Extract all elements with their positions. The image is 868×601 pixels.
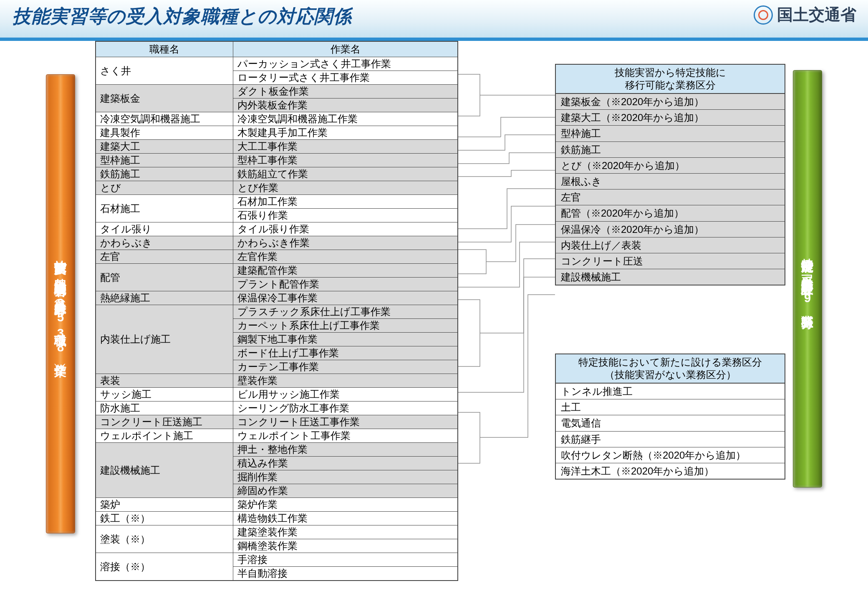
rightA-item: 内装仕上げ／表装 [556, 237, 785, 253]
rightA-item: 屋根ふき [556, 173, 785, 189]
operation-cell: カーテン工事作業 [233, 360, 458, 374]
table-row: 鉄工（※）構造物鉄工作業 [96, 512, 458, 525]
job-name-cell: 鉄筋施工 [96, 167, 233, 181]
th-job: 職種名 [96, 41, 233, 57]
operation-cell: 手溶接 [233, 553, 458, 567]
right-vertical-banner: 特定技能の受入対象分野「建設分野」（19業務区分） [793, 70, 822, 487]
header-accent-bar [0, 38, 868, 41]
table-row: 鉄筋施工鉄筋組立て作業 [96, 167, 458, 181]
table-row: 配管建築配管作業 [96, 264, 458, 278]
operation-cell: 鋼橋塗装作業 [233, 539, 458, 553]
rightA-item: 鉄筋施工 [556, 141, 785, 157]
rightA-item: とび（※2020年から追加） [556, 157, 785, 173]
job-name-cell: かわらぶき [96, 236, 233, 250]
rightB-item: 鉄筋継手 [556, 431, 785, 447]
rightB-item: 海洋土木工（※2020年から追加） [556, 463, 785, 479]
operation-cell: 鋼製下地工事作業 [233, 333, 458, 346]
ministry-name: 国土交通省 [777, 4, 856, 25]
table-row: 型枠施工型枠工事作業 [96, 154, 458, 167]
rightB-header: 特定技能において新たに設ける業務区分 （技能実習がない業務区分） [556, 354, 785, 383]
table-row: かわらぶきかわらぶき作業 [96, 236, 458, 250]
table-row: さく井パーカッション式さく井工事作業 [96, 57, 458, 71]
job-name-cell: 建設機械施工 [96, 443, 233, 498]
job-name-cell: 表装 [96, 374, 233, 388]
rightA-item: 建設機械施工 [556, 269, 785, 285]
job-name-cell: サッシ施工 [96, 388, 233, 402]
operation-cell: 内外装板金作業 [233, 98, 458, 112]
table-row: 熱絶縁施工保温保冷工事作業 [96, 291, 458, 305]
operation-cell: 建築塗装作業 [233, 525, 458, 539]
main-occupation-table: 職種名 作業名 さく井パーカッション式さく井工事作業ロータリー式さく井工事作業建… [95, 41, 458, 581]
rightA-item: 配管（※2020年から追加） [556, 205, 785, 221]
rightB-item: トンネル推進工 [556, 383, 785, 399]
operation-cell: タイル張り作業 [233, 222, 458, 236]
operation-cell: 建築配管作業 [233, 264, 458, 278]
table-row: とびとび作業 [96, 181, 458, 195]
job-name-cell: コンクリート圧送施工 [96, 415, 233, 429]
table-row: 建築大工大工工事作業 [96, 140, 458, 154]
operation-cell: ダクト板金作業 [233, 85, 458, 98]
job-name-cell: 熱絶縁施工 [96, 291, 233, 305]
table-row: ウェルポイント施工ウェルポイント工事作業 [96, 429, 458, 443]
operation-cell: 積込み作業 [233, 457, 458, 470]
job-name-cell: 左官 [96, 250, 233, 264]
operation-cell: ビル用サッシ施工作業 [233, 388, 458, 402]
rightA-item: 左官 [556, 189, 785, 205]
operation-cell: 鉄筋組立て作業 [233, 167, 458, 181]
table-row: 左官左官作業 [96, 250, 458, 264]
job-name-cell: 配管 [96, 264, 233, 291]
left-vertical-banner: 技能実習及び外国人建設就労者の受入対象分野（25職種38作業） [46, 74, 75, 533]
rightB-item: 吹付ウレタン断熱（※2020年から追加） [556, 447, 785, 463]
job-name-cell: 防水施工 [96, 402, 233, 415]
right-box-transferable: 技能実習から特定技能に 移行可能な業務区分 建築板金（※2020年から追加）建築… [555, 64, 785, 285]
table-row: タイル張りタイル張り作業 [96, 222, 458, 236]
operation-cell: プラント配管作業 [233, 278, 458, 291]
operation-cell: 型枠工事作業 [233, 154, 458, 167]
rightB-item: 土工 [556, 399, 785, 415]
table-row: コンクリート圧送施工コンクリート圧送工事作業 [96, 415, 458, 429]
job-name-cell: 石材施工 [96, 195, 233, 222]
rightA-item: 保温保冷（※2020年から追加） [556, 221, 785, 237]
operation-cell: 押土・整地作業 [233, 443, 458, 457]
operation-cell: プラスチック系床仕上げ工事作業 [233, 305, 458, 319]
job-name-cell: さく井 [96, 57, 233, 85]
table-row: 表装壁装作業 [96, 374, 458, 388]
th-op: 作業名 [233, 41, 458, 57]
job-name-cell: ウェルポイント施工 [96, 429, 233, 443]
operation-cell: パーカッション式さく井工事作業 [233, 57, 458, 71]
job-name-cell: 溶接（※） [96, 553, 233, 581]
operation-cell: ロータリー式さく井工事作業 [233, 71, 458, 85]
job-name-cell: 建築大工 [96, 140, 233, 154]
table-row: 防水施工シーリング防水工事作業 [96, 402, 458, 415]
operation-cell: 構造物鉄工作業 [233, 512, 458, 525]
rightA-item: 建築大工（※2020年から追加） [556, 109, 785, 125]
rightA-header: 技能実習から特定技能に 移行可能な業務区分 [556, 65, 785, 93]
operation-cell: 掘削作業 [233, 470, 458, 484]
operation-cell: 築炉作業 [233, 498, 458, 512]
job-name-cell: 建具製作 [96, 126, 233, 140]
right-box-new: 特定技能において新たに設ける業務区分 （技能実習がない業務区分） トンネル推進工… [555, 354, 785, 480]
job-name-cell: 冷凍空気調和機器施工 [96, 112, 233, 126]
table-row: 建設機械施工押土・整地作業 [96, 443, 458, 457]
operation-cell: 石張り作業 [233, 209, 458, 222]
operation-cell: 半自動溶接 [233, 567, 458, 581]
job-name-cell: 内装仕上げ施工 [96, 305, 233, 374]
page-title: 技能実習等の受入対象職種との対応関係 [13, 6, 352, 26]
content: 技能実習及び外国人建設就労者の受入対象分野（25職種38作業） 特定技能の受入対… [0, 41, 868, 49]
operation-cell: 締固め作業 [233, 484, 458, 498]
operation-cell: 石材加工作業 [233, 195, 458, 209]
table-row: 内装仕上げ施工プラスチック系床仕上げ工事作業 [96, 305, 458, 319]
operation-cell: シーリング防水工事作業 [233, 402, 458, 415]
job-name-cell: タイル張り [96, 222, 233, 236]
job-name-cell: 築炉 [96, 498, 233, 512]
table-row: 溶接（※）手溶接 [96, 553, 458, 567]
rightB-item: 電気通信 [556, 415, 785, 431]
operation-cell: ウェルポイント工事作業 [233, 429, 458, 443]
table-row: 石材施工石材加工作業 [96, 195, 458, 209]
table-row: サッシ施工ビル用サッシ施工作業 [96, 388, 458, 402]
operation-cell: カーペット系床仕上げ工事作業 [233, 319, 458, 333]
operation-cell: とび作業 [233, 181, 458, 195]
job-name-cell: とび [96, 181, 233, 195]
operation-cell: かわらぶき作業 [233, 236, 458, 250]
operation-cell: ボード仕上げ工事作業 [233, 346, 458, 360]
